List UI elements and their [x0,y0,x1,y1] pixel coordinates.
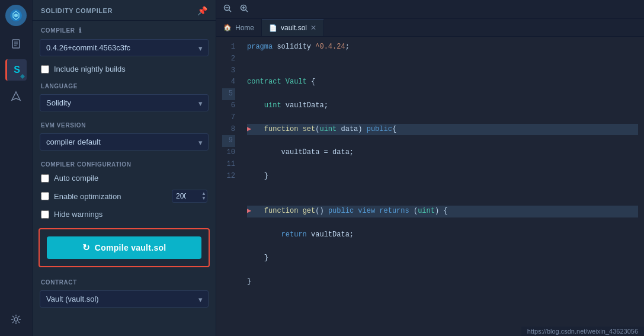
tabs-bar: 🏠 Home 📄 vault.sol ✕ [216,19,644,37]
compile-icon: ↻ [82,242,90,253]
zoom-out-button[interactable] [221,3,234,15]
vault-tab-icon: 📄 [269,24,277,32]
code-area: 1 2 3 4 5 6 7 8 9 10 11 12 pragma solidi… [216,37,644,336]
hide-warnings-checkbox[interactable] [41,210,49,219]
optimization-value-wrapper: ▲ ▼ [172,190,207,203]
svg-point-1 [14,14,18,17]
evm-select[interactable]: compiler default byzantium homestead ist… [40,133,209,151]
svg-line-8 [229,10,232,12]
optimization-row: Enable optimization ▲ ▼ [33,186,216,206]
home-tab-icon: 🏠 [223,24,232,31]
logo-icon [5,5,27,26]
auto-compile-label: Auto compile [54,174,98,183]
contract-select-wrapper: Vault (vault.sol) [40,290,209,308]
compile-button[interactable]: ↻ Compile vault.sol [47,236,201,259]
enable-optimization-checkbox[interactable] [41,192,49,200]
tab-vault-sol[interactable]: 📄 vault.sol ✕ [262,19,324,36]
tab-vault-sol-label: vault.sol [281,24,307,32]
zoom-in-button[interactable] [238,3,251,15]
editor-panel: 🏠 Home 📄 vault.sol ✕ 1 2 3 4 5 6 7 8 9 1… [216,0,644,336]
status-bar: https://blog.csdn.net/weixin_43623056 [521,327,644,336]
evm-section-label: EVM VERSION [33,116,216,131]
tab-home[interactable]: 🏠 Home [216,19,262,36]
files-icon[interactable] [5,33,27,55]
panel-header: SOLIDITY COMPILER 📌 [33,0,216,21]
enable-optimization-label: Enable optimization [54,192,167,201]
sidebar: S [0,0,33,336]
compiler-section-label: COMPILER ℹ [33,21,216,37]
tab-close-button[interactable]: ✕ [310,24,316,32]
line-numbers: 1 2 3 4 5 6 7 8 9 10 11 12 [216,37,241,336]
deploy-icon[interactable] [5,85,27,107]
auto-compile-checkbox[interactable] [41,174,49,183]
tab-home-label: Home [235,24,254,32]
auto-compile-row: Auto compile [33,170,216,186]
language-section-label: LANGUAGE [33,77,216,92]
language-select[interactable]: Solidity Yul [40,94,209,111]
compiler-version-select[interactable]: 0.4.26+commit.4563c3fc 0.8.0+commit.c7df… [40,39,209,56]
status-url: https://blog.csdn.net/weixin_43623056 [527,328,638,335]
include-nightly-row: Include nightly builds [33,61,216,77]
contract-select[interactable]: Vault (vault.sol) [40,290,209,308]
contract-section-label: CONTRACT [33,273,216,288]
compiler-version-select-wrapper: 0.4.26+commit.4563c3fc 0.8.0+commit.c7df… [40,39,209,56]
language-select-wrapper: Solidity Yul [40,94,209,111]
compile-btn-label: Compile vault.sol [95,243,166,252]
compiler-icon[interactable]: S [5,59,27,81]
svg-point-6 [14,318,18,321]
code-content: pragma solidity ^0.4.24; contract Vault … [241,37,644,336]
compiler-panel: SOLIDITY COMPILER 📌 COMPILER ℹ 0.4.26+co… [33,0,216,336]
include-nightly-checkbox[interactable] [41,65,49,73]
editor-toolbar [216,0,644,19]
hide-warnings-row: Hide warnings [33,206,216,222]
hide-warnings-label: Hide warnings [54,210,102,219]
svg-line-11 [246,10,248,12]
settings-icon[interactable] [5,309,27,330]
config-section-label: COMPILER CONFIGURATION [33,155,216,170]
evm-select-wrapper: compiler default byzantium homestead ist… [40,133,209,151]
panel-title: SOLIDITY COMPILER [41,7,113,14]
pin-icon[interactable]: 📌 [197,6,207,15]
include-nightly-label: Include nightly builds [54,65,126,73]
info-icon: ℹ [79,27,82,34]
compile-btn-wrapper: ↻ Compile vault.sol [39,228,210,267]
